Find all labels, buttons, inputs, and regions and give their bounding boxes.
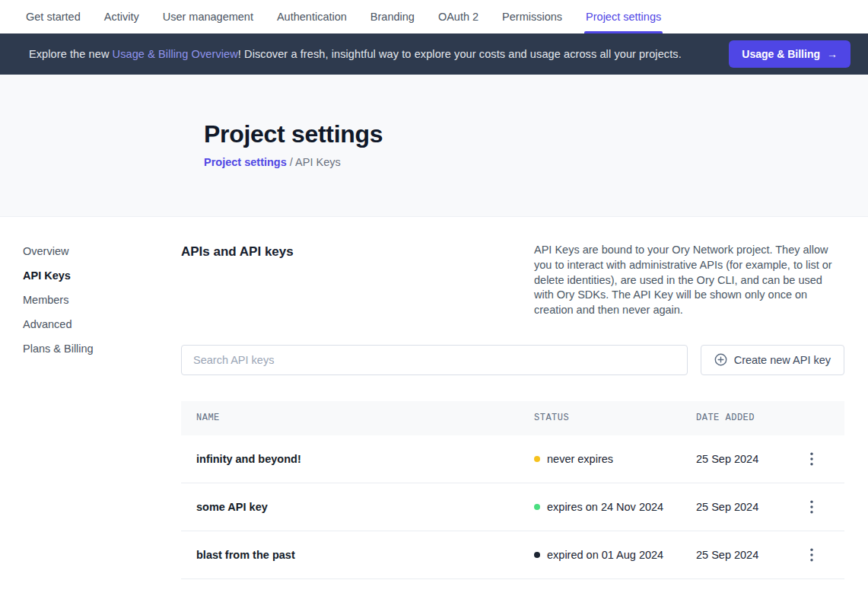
breadcrumb-separator: / <box>287 156 295 168</box>
api-keys-panel: APIs and API keys API Keys are bound to … <box>181 217 868 579</box>
sidebar-item-plans-billing[interactable]: Plans & Billing <box>23 342 181 356</box>
column-header-status: STATUS <box>534 413 696 423</box>
api-key-status: expires on 24 Nov 2024 <box>534 501 696 513</box>
api-key-date-added: 25 Sep 2024 <box>696 501 795 513</box>
status-dot-icon <box>534 456 540 462</box>
status-label: expired on 01 Aug 2024 <box>547 549 663 561</box>
create-api-key-button-label: Create new API key <box>734 354 831 366</box>
arrow-right-icon: → <box>827 48 838 60</box>
sidebar-item-overview[interactable]: Overview <box>23 244 181 259</box>
announcement-banner: Explore the new Usage & Billing Overview… <box>0 33 868 75</box>
api-key-status: never expires <box>534 453 696 465</box>
circle-plus-icon <box>714 353 727 366</box>
nav-item-oauth2[interactable]: OAuth 2 <box>438 0 479 33</box>
api-key-status: expired on 01 Aug 2024 <box>534 549 696 561</box>
table-row: some API key expires on 24 Nov 2024 25 S… <box>181 483 844 531</box>
settings-sidebar: Overview API Keys Members Advanced Plans… <box>0 217 181 579</box>
nav-item-project-settings[interactable]: Project settings <box>586 0 661 33</box>
nav-item-authentication[interactable]: Authentication <box>277 0 347 33</box>
breadcrumb-current: API Keys <box>295 156 341 168</box>
sidebar-item-api-keys[interactable]: API Keys <box>23 269 181 283</box>
api-key-date-added: 25 Sep 2024 <box>696 549 795 561</box>
create-api-key-button[interactable]: Create new API key <box>701 345 844 375</box>
banner-message: Explore the new Usage & Billing Overview… <box>29 48 729 60</box>
content-area: Overview API Keys Members Advanced Plans… <box>0 217 868 579</box>
page-header: Project settings Project settings / API … <box>0 75 868 217</box>
usage-billing-button[interactable]: Usage & Billing → <box>729 40 851 68</box>
api-key-name: infinity and beyond! <box>181 453 534 465</box>
page-title: Project settings <box>204 120 868 148</box>
api-key-name: blast from the past <box>181 549 534 561</box>
status-label: expires on 24 Nov 2024 <box>547 501 663 513</box>
nav-item-get-started[interactable]: Get started <box>26 0 81 33</box>
api-key-name: some API key <box>181 501 534 513</box>
usage-billing-overview-link[interactable]: Usage & Billing Overview <box>113 48 238 60</box>
usage-billing-button-label: Usage & Billing <box>742 48 820 60</box>
column-header-name: NAME <box>181 413 534 423</box>
table-row: blast from the past expired on 01 Aug 20… <box>181 531 844 579</box>
table-header-row: NAME STATUS DATE ADDED <box>181 401 844 435</box>
api-keys-table: NAME STATUS DATE ADDED infinity and beyo… <box>181 401 844 579</box>
breadcrumb: Project settings / API Keys <box>204 156 868 168</box>
banner-text-after: ! Discover a fresh, insightful way to ex… <box>238 48 682 60</box>
column-header-date-added: DATE ADDED <box>696 413 795 423</box>
row-actions-kebab-icon[interactable] <box>801 496 822 518</box>
nav-item-activity[interactable]: Activity <box>104 0 139 33</box>
top-navigation: Get started Activity User management Aut… <box>0 0 868 33</box>
banner-text-before: Explore the new <box>29 48 113 60</box>
section-heading: APIs and API keys <box>181 243 294 260</box>
sidebar-item-advanced[interactable]: Advanced <box>23 317 181 332</box>
section-description: API Keys are bound to your Ory Network p… <box>534 243 844 318</box>
status-dot-icon <box>534 552 540 558</box>
row-actions-kebab-icon[interactable] <box>801 544 822 566</box>
api-key-date-added: 25 Sep 2024 <box>696 453 795 465</box>
row-actions-kebab-icon[interactable] <box>801 448 822 470</box>
search-input[interactable] <box>181 345 688 375</box>
status-dot-icon <box>534 504 540 510</box>
sidebar-item-members[interactable]: Members <box>23 293 181 308</box>
nav-item-permissions[interactable]: Permissions <box>502 0 562 33</box>
breadcrumb-project-settings-link[interactable]: Project settings <box>204 156 287 168</box>
nav-item-branding[interactable]: Branding <box>370 0 415 33</box>
nav-item-user-management[interactable]: User management <box>163 0 253 33</box>
table-row: infinity and beyond! never expires 25 Se… <box>181 435 844 483</box>
status-label: never expires <box>547 453 613 465</box>
